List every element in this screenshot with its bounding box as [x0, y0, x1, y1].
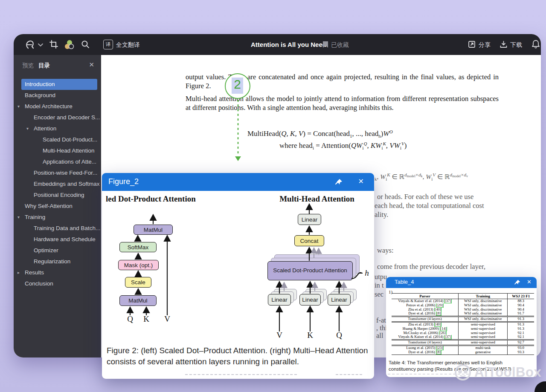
- f1-cell: 90.4: [507, 308, 534, 312]
- sidebar-item-encoder-and-decoder-s[interactable]: Encoder and Decoder S...: [21, 112, 97, 123]
- sidebar-close-icon[interactable]: ✕: [89, 61, 94, 69]
- highlight-palette-icon[interactable]: [64, 39, 75, 50]
- figure2-titlebar[interactable]: Figure_2 ✕: [102, 173, 374, 191]
- paper-title: Attention is All you Need: [251, 41, 326, 48]
- formula-segment: ,: [367, 141, 371, 150]
- column-header: Parser: [392, 294, 458, 299]
- table-row: Petrov et al. (2006)[29]WSJ only, discri…: [392, 303, 534, 308]
- sidebar-item-conclusion[interactable]: Conclusion: [21, 278, 97, 289]
- share-icon[interactable]: [468, 41, 476, 48]
- caret-down-icon[interactable]: ▾: [26, 123, 29, 134]
- sidebar-item-introduction[interactable]: Introduction: [21, 79, 97, 90]
- caret-down-icon[interactable]: ▾: [17, 101, 20, 112]
- figure2-window-title: Figure_2: [108, 177, 139, 186]
- close-icon[interactable]: ✕: [527, 279, 531, 285]
- doc-text-fragment: sec: [375, 290, 383, 299]
- sidebar-item-model-architecture[interactable]: ▾Model Architecture: [21, 101, 97, 112]
- table-row: Zhu et al. (2013)[40]semi-supervised91.3: [392, 323, 534, 327]
- sidebar-item-label: Background: [25, 92, 55, 98]
- softmax-box: SoftMax: [119, 242, 157, 252]
- f1-cell: 93.3: [507, 350, 534, 355]
- chevron-down-icon[interactable]: [38, 43, 43, 47]
- bookmarked-label[interactable]: 已收藏: [331, 41, 349, 49]
- pin-icon[interactable]: [514, 280, 521, 285]
- sidebar-item-embeddings-and-softmax[interactable]: Embeddings and Softmax: [21, 179, 97, 190]
- citation-link[interactable]: [37]: [444, 335, 452, 339]
- translate-label[interactable]: 全文翻译: [116, 41, 140, 49]
- sidebar-item-attention[interactable]: ▾Attention: [21, 123, 97, 134]
- figure-caption: Figure 2: (left) Scaled Dot–Product Atte…: [107, 345, 369, 367]
- sidebar-item-label: Optimizer: [34, 247, 58, 254]
- f1-cell: 92.7: [507, 340, 534, 345]
- clipped-content-dashes: [185, 374, 297, 375]
- sidebar-item-multi-head-attention[interactable]: Multi-Head Attention: [21, 145, 97, 156]
- notification-bell-icon[interactable]: [531, 40, 540, 49]
- formula-segment: model: [452, 174, 461, 178]
- sidebar-item-training-data-and-batch[interactable]: Training Data and Batch...: [21, 223, 97, 234]
- crop-icon[interactable]: [49, 40, 58, 49]
- h-label: h: [363, 268, 371, 278]
- citation-link[interactable]: [8]: [436, 350, 441, 355]
- citation-link[interactable]: [29]: [436, 303, 444, 308]
- sidebar-item-position-wise-feed-for[interactable]: Position-wise Feed-For...: [21, 167, 97, 179]
- citation-link[interactable]: [26]: [439, 331, 447, 335]
- sidebar-item-why-self-attention[interactable]: Why Self-Attention: [21, 201, 97, 212]
- citation-link[interactable]: [37]: [444, 299, 452, 303]
- sidebar-item-background[interactable]: Background: [21, 90, 97, 101]
- top-toolbar: 译 全文翻译 Attention is All you Need 已收藏 分享 …: [14, 34, 541, 55]
- caret-right-icon[interactable]: ▸: [17, 267, 20, 278]
- tab-preview[interactable]: 预览: [22, 62, 34, 69]
- formula-segment: ∈ ℝ: [390, 173, 405, 180]
- sidebar-item-positional-encoding[interactable]: Positional Encoding: [21, 190, 97, 201]
- citation-link[interactable]: [40]: [434, 323, 442, 327]
- table-row: Transformer (4 layers)WSJ only, discrimi…: [392, 317, 534, 323]
- app-logo-icon[interactable]: [25, 39, 36, 50]
- sidebar-item-results[interactable]: ▸Results: [21, 267, 97, 278]
- sidebar-item-label: Applications of Atte...: [43, 159, 96, 165]
- figure-reference-marker[interactable]: 2: [225, 73, 250, 99]
- formula-segment: , ..., head: [352, 130, 378, 138]
- parser-cell: Petrov et al. (2006)[29]: [392, 303, 458, 308]
- sidebar-item-applications-of-atte[interactable]: Applications of Atte...: [21, 156, 97, 167]
- citation-link[interactable]: [23]: [436, 346, 444, 350]
- formula-segment: K: [383, 141, 386, 146]
- pin-icon[interactable]: [335, 179, 343, 185]
- table-header-row: Parser Training WSJ 23 F1: [392, 294, 534, 299]
- citation-link[interactable]: [40]: [434, 308, 442, 312]
- sidebar-item-training[interactable]: ▾Training: [21, 212, 97, 223]
- search-icon[interactable]: [81, 40, 90, 49]
- training-cell: WSJ only, discriminative: [458, 303, 507, 308]
- citation-link[interactable]: [8]: [436, 311, 441, 316]
- concat-box: Concat: [294, 235, 324, 246]
- sidebar-item-label: Introduction: [25, 81, 55, 87]
- formula-segment: model: [407, 174, 415, 178]
- sidebar-item-label: Conclusion: [25, 280, 53, 287]
- results-table: Parser Training WSJ 23 F1 Vinyals & Kais…: [392, 293, 534, 355]
- caret-down-icon[interactable]: ▾: [17, 212, 20, 223]
- share-label[interactable]: 分享: [479, 41, 491, 49]
- sidebar-item-hardware-and-schedule[interactable]: Hardware and Schedule: [21, 234, 97, 245]
- translate-icon[interactable]: 译: [103, 40, 113, 49]
- close-icon[interactable]: ✕: [358, 177, 364, 185]
- formula-segment: v: [466, 174, 468, 178]
- parser-cell: Luong et al. (2015)[23]: [392, 346, 458, 350]
- formula-segment: ): [404, 141, 407, 150]
- tab-toc[interactable]: 目录: [38, 62, 50, 69]
- table4-titlebar[interactable]: Table_4 ✕: [386, 277, 537, 288]
- parser-cell: McClosky et al. (2006)[26]: [392, 331, 458, 335]
- sidebar-item-label: Encoder and Decoder S...: [34, 114, 100, 121]
- download-label[interactable]: 下载: [510, 41, 522, 49]
- doc-text-fragment: f-at: [376, 316, 386, 325]
- bookmark-icon[interactable]: [322, 41, 328, 48]
- sidebar-item-scaled-dot-product[interactable]: Scaled Dot-Product...: [21, 134, 97, 145]
- sidebar-item-optimizer[interactable]: Optimizer: [21, 245, 97, 256]
- table-row: Huang & Harper (2009)[14]semi-supervised…: [392, 327, 534, 331]
- f1-cell: 88.3: [507, 299, 534, 303]
- citation-link[interactable]: [14]: [440, 327, 447, 331]
- download-icon[interactable]: [500, 41, 507, 48]
- sidebar-item-regularization[interactable]: Regularization: [21, 256, 97, 267]
- sidebar-panel: 预览 目录 ✕ IntroductionBackground▾Model Arc…: [14, 55, 101, 357]
- page-background: 译 全文翻译 Attention is All you Need 已收藏 分享 …: [0, 0, 546, 392]
- doc-text-fragment: come from the previous decoder layer,: [377, 262, 485, 271]
- toc-list: IntroductionBackground▾Model Architectur…: [21, 79, 97, 289]
